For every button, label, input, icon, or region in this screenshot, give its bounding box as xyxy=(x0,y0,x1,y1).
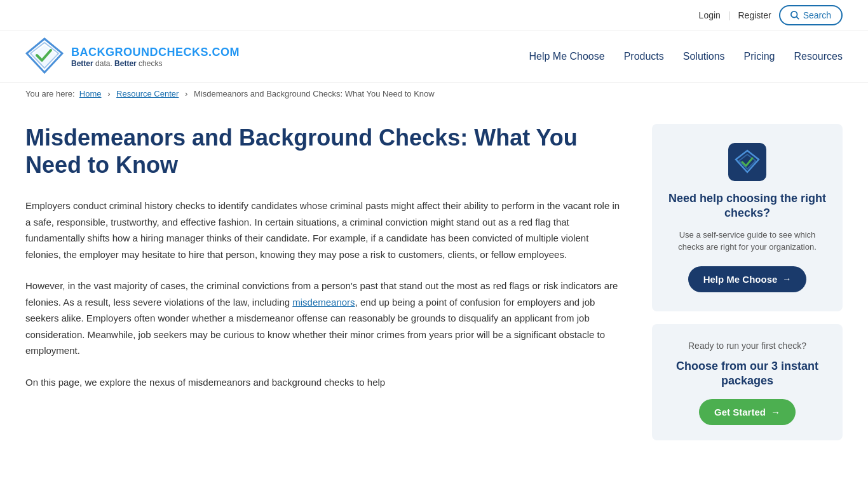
svg-line-1 xyxy=(796,17,799,19)
sidebar-card1-heading: Need help choosing the right checks? xyxy=(667,191,827,221)
logo-icon xyxy=(25,37,64,76)
article-paragraph-3: On this page, we explore the nexus of mi… xyxy=(25,374,627,391)
search-label: Search xyxy=(803,10,831,20)
logo-text-area: BACKGROUNDCHECKS.COM Better data. Better… xyxy=(71,46,240,68)
breadcrumb-sep2: › xyxy=(185,89,187,98)
nav-resources[interactable]: Resources xyxy=(794,51,843,62)
logo-main: BACKGROUND xyxy=(71,46,158,58)
article-body: Employers conduct criminal history check… xyxy=(25,198,627,390)
nav-links: Help Me Choose Products Solutions Pricin… xyxy=(529,51,843,62)
misdemeanors-link[interactable]: misdemeanors xyxy=(292,297,355,308)
breadcrumb: You are here: Home › Resource Center › M… xyxy=(0,83,868,105)
nav-solutions[interactable]: Solutions xyxy=(683,51,725,62)
logo-ext: CHECKS.COM xyxy=(158,46,240,58)
help-me-choose-button[interactable]: Help Me Choose → xyxy=(688,266,807,292)
logo-title: BACKGROUNDCHECKS.COM xyxy=(71,46,240,59)
search-button[interactable]: Search xyxy=(779,5,843,25)
nav-products[interactable]: Products xyxy=(624,51,664,62)
register-link[interactable]: Register xyxy=(738,10,771,20)
get-started-button[interactable]: Get Started → xyxy=(699,399,796,425)
breadcrumb-home[interactable]: Home xyxy=(79,89,102,98)
sidebar-logo-icon xyxy=(728,143,766,181)
nav-help-me-choose[interactable]: Help Me Choose xyxy=(529,51,604,62)
logo-area: BACKGROUNDCHECKS.COM Better data. Better… xyxy=(25,37,240,76)
breadcrumb-prefix: You are here: xyxy=(25,89,75,98)
arrow-icon: → xyxy=(782,274,791,284)
divider: | xyxy=(728,10,731,20)
sidebar-card-packages: Ready to run your first check? Choose fr… xyxy=(652,324,843,440)
sidebar-card2-heading1: Ready to run your first check? xyxy=(667,339,827,353)
breadcrumb-resource-center[interactable]: Resource Center xyxy=(116,89,179,98)
page-content: Misdemeanors and Background Checks: What… xyxy=(0,105,868,466)
article-paragraph-1: Employers conduct criminal history check… xyxy=(25,198,627,262)
top-bar: Login | Register Search xyxy=(0,0,868,31)
sidebar-card1-body: Use a self-service guide to see which ch… xyxy=(667,229,827,254)
sidebar-card2-heading2: Choose from our 3 instant packages xyxy=(667,359,827,389)
article-area: Misdemeanors and Background Checks: What… xyxy=(25,124,627,440)
nav-pricing[interactable]: Pricing xyxy=(744,51,775,62)
sidebar-card-help: Need help choosing the right checks? Use… xyxy=(652,124,843,311)
sidebar: Need help choosing the right checks? Use… xyxy=(652,124,843,440)
logo-subtitle: Better data. Better checks xyxy=(71,59,240,68)
breadcrumb-sep1: › xyxy=(107,89,110,98)
breadcrumb-current: Misdemeanors and Background Checks: What… xyxy=(194,89,435,98)
main-nav: BACKGROUNDCHECKS.COM Better data. Better… xyxy=(0,31,868,83)
article-title: Misdemeanors and Background Checks: What… xyxy=(25,124,627,179)
search-icon xyxy=(790,11,799,20)
login-link[interactable]: Login xyxy=(699,10,721,20)
arrow-icon2: → xyxy=(771,407,780,417)
article-paragraph-2: However, in the vast majority of cases, … xyxy=(25,278,627,359)
